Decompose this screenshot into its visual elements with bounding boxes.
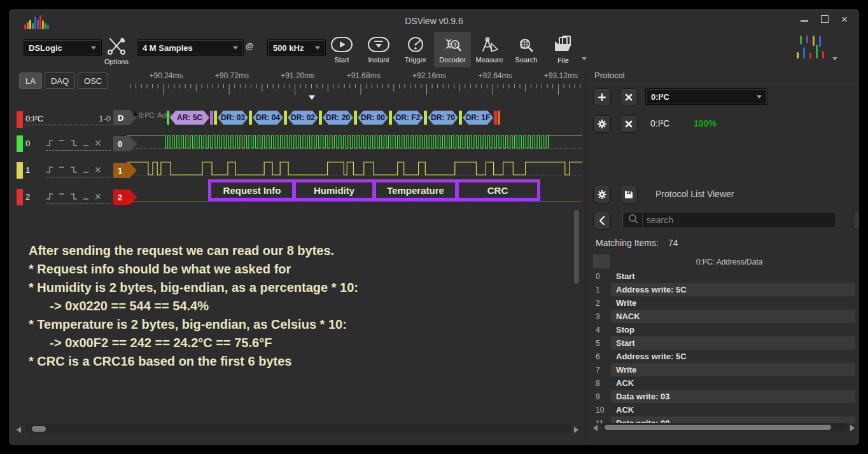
protocol-list-row[interactable]: 8ACK	[593, 376, 855, 390]
i2c-data-annotation[interactable]: DR: 70	[428, 111, 458, 125]
highlight-box-temperature: Temperature	[372, 179, 459, 201]
decoder-row[interactable]: 0:I²C 1-0 D 0:I²C: Addr AR: 5CDR: 03DR: …	[9, 108, 582, 134]
ruler-cursor-icon[interactable]	[309, 95, 315, 100]
channel-color-tab[interactable]	[17, 162, 23, 179]
search-input[interactable]	[642, 213, 836, 227]
protocol-list-row[interactable]: 2Write	[593, 296, 855, 310]
row-text: Start	[611, 270, 855, 283]
protocol-list-row[interactable]: 6Address write: 5C	[593, 350, 855, 363]
protocol-list-row[interactable]: 4Stop	[593, 323, 855, 336]
protocol-list-row[interactable]: 1Address write: 5C	[593, 283, 855, 296]
i2c-ack-annotation[interactable]	[354, 111, 357, 125]
i2c-nack-annotation[interactable]	[494, 111, 497, 125]
samples-select[interactable]: 4 M Samples	[137, 39, 244, 56]
list-scroll-left-arrow[interactable]	[593, 425, 598, 431]
device-select[interactable]: DSLogic	[23, 39, 102, 56]
i2c-ack-annotation[interactable]	[249, 111, 252, 125]
row-index: 2	[593, 299, 611, 308]
toolbar-button-file[interactable]: File	[545, 32, 582, 67]
rate-select[interactable]: 500 kHz	[267, 39, 326, 56]
decoder-annotations[interactable]: AR: 5CDR: 03DR: 04DR: 02DR: 20DR: 00DR: …	[167, 111, 501, 125]
i2c-ack-annotation[interactable]	[214, 111, 217, 125]
i2c-start-annotation[interactable]	[167, 111, 169, 125]
options-button[interactable]: Options	[101, 33, 132, 69]
decoder-expand-icon[interactable]	[134, 112, 137, 117]
main-hscrollbar[interactable]	[25, 424, 571, 433]
protocol-list-row[interactable]: 0Start	[593, 270, 855, 283]
toolbar-button-label: Decoder	[439, 56, 466, 64]
brand-chevron-down-icon[interactable]	[832, 57, 837, 60]
start-icon	[330, 36, 353, 54]
row-text: Data write: 03	[611, 390, 855, 403]
dock-divider[interactable]	[585, 67, 586, 445]
search-prev-button[interactable]	[593, 212, 611, 230]
toolbar-button-label: Start	[334, 56, 349, 64]
i2c-ack-annotation[interactable]	[424, 111, 427, 125]
toolbar-button-trigger[interactable]: Trigger	[397, 32, 434, 67]
list-hscrollbar-thumb[interactable]	[605, 425, 831, 430]
i2c-ack-annotation[interactable]	[459, 111, 462, 125]
protocol-list-row[interactable]: 3NACK	[593, 310, 855, 323]
mode-tab-la[interactable]: LA	[19, 72, 42, 89]
title-bar[interactable]: DSView v0.9.6 ×	[9, 9, 859, 32]
mode-tab-osc[interactable]: OSC	[78, 72, 108, 89]
i2c-data-annotation[interactable]: DR: 04	[253, 111, 283, 125]
row-index: 9	[593, 392, 611, 401]
channel-row-divider	[46, 188, 111, 204]
toolbar-button-label: Instant	[368, 56, 389, 64]
i2c-data-annotation[interactable]: DR: 00	[358, 111, 388, 125]
i2c-ack-annotation[interactable]	[319, 111, 322, 125]
toolbar-button-start[interactable]: Start	[323, 32, 360, 67]
protocol-list-row[interactable]: 5Start	[593, 336, 855, 350]
protocol-list-row[interactable]: 7Write	[593, 363, 855, 376]
add-decoder-button[interactable]	[593, 88, 611, 106]
list-viewer-save-button[interactable]	[620, 186, 638, 203]
i2c-write-annotation[interactable]	[210, 111, 213, 125]
channel-color-tab[interactable]	[17, 135, 23, 152]
i2c-stop-annotation[interactable]	[498, 111, 500, 125]
protocol-search-box[interactable]	[622, 212, 836, 228]
minimize-button[interactable]	[801, 14, 808, 25]
mode-tab-daq[interactable]: DAQ	[45, 72, 75, 89]
decoder-settings-button[interactable]	[593, 115, 611, 133]
search-next-button[interactable]	[853, 212, 859, 230]
protocol-list-row[interactable]: 10ACK	[593, 403, 855, 416]
channel-waveform[interactable]	[127, 131, 582, 156]
protocol-list-row[interactable]: 9Data write: 03	[593, 390, 855, 403]
i2c-data-annotation[interactable]: DR: 1F	[463, 111, 493, 125]
toolbar-button-instant[interactable]: Instant	[360, 32, 397, 67]
time-ruler[interactable]: +90.24ms+90.72ms+91.20ms+91.68ms+92.16ms…	[127, 70, 582, 103]
toolbar-button-search[interactable]: Search	[508, 32, 545, 67]
toolbar-button-measure[interactable]: Measure	[471, 32, 508, 67]
channel-number: 1	[25, 165, 30, 175]
protocol-list[interactable]: 0Start1Address write: 5C2Write3NACK4Stop…	[593, 270, 855, 423]
scroll-left-arrow[interactable]	[17, 427, 21, 433]
main-vscrollbar-thumb[interactable]	[574, 210, 579, 284]
i2c-data-annotation[interactable]: DR: F2	[393, 111, 423, 125]
magnifier-icon	[628, 214, 638, 224]
main-hscrollbar-thumb[interactable]	[32, 426, 46, 432]
highlight-box-crc: CRC	[455, 179, 540, 201]
close-x-icon	[625, 120, 633, 128]
channel-row-0[interactable]: 00	[9, 131, 582, 156]
list-scroll-right-arrow[interactable]	[850, 425, 855, 431]
decoder-remove-button[interactable]	[620, 115, 638, 133]
decoder-color-tab[interactable]	[17, 111, 23, 128]
i2c-data-annotation[interactable]: DR: 20	[323, 111, 353, 125]
i2c-ack-annotation[interactable]	[389, 111, 392, 125]
remove-all-decoders-button[interactable]	[620, 88, 638, 106]
i2c-data-annotation[interactable]: DR: 03	[218, 111, 248, 125]
i2c-ack-annotation[interactable]	[284, 111, 287, 125]
search-small-icon	[623, 214, 642, 226]
i2c-data-annotation[interactable]: DR: 02	[288, 111, 318, 125]
decoder-type-select[interactable]: 0:I²C	[645, 88, 767, 105]
maximize-button[interactable]	[821, 14, 829, 25]
file-chevron-down-icon[interactable]	[582, 57, 587, 60]
list-viewer-settings-button[interactable]	[593, 186, 611, 203]
close-button[interactable]: ×	[841, 16, 848, 24]
scroll-right-arrow[interactable]	[574, 427, 578, 433]
chevron-left-icon	[599, 216, 605, 225]
i2c-address-annotation[interactable]: AR: 5C	[170, 111, 209, 125]
channel-color-tab[interactable]	[17, 189, 23, 205]
toolbar-button-decoder[interactable]: ?Decoder	[434, 32, 471, 67]
